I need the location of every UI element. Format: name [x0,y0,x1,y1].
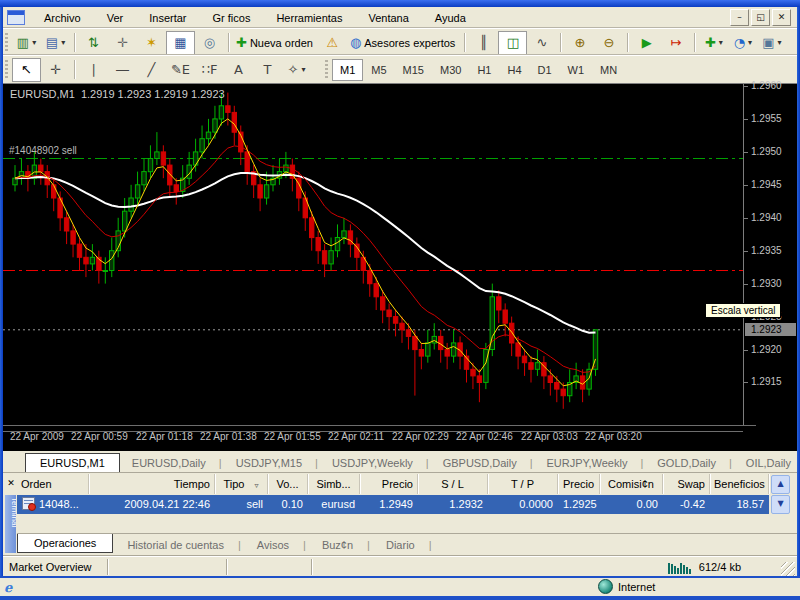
timeframe-button-m1[interactable]: M1 [332,59,363,81]
timeframe-button-h1[interactable]: H1 [469,59,499,81]
menu-item-ver[interactable]: Ver [94,9,137,27]
price-tick: 1.2915 [751,376,782,387]
toolbar-grip[interactable] [5,33,8,53]
templates-button[interactable]: ▣ ▾ [757,31,786,55]
candlestick-chart[interactable]: #14048902 sell [3,84,743,425]
minimize-button[interactable]: – [730,9,749,26]
chart-tab-gbpusd-daily[interactable]: GBPUSD,Daily [435,454,539,472]
column-header-tipo[interactable]: Tipo▿ [215,474,268,494]
order-cell-1-2925: 1.2925 [558,495,600,514]
timeframe-button-h4[interactable]: H4 [499,59,529,81]
order-row[interactable]: 14048... 2009.04.21 22:46 sell 0.10 euru… [17,495,769,514]
text-tool[interactable]: A [224,58,253,82]
column-header-swap[interactable]: Swap [663,474,710,494]
menu-item-insertar[interactable]: Insertar [136,9,199,27]
terminal-tab-historial-de-cuentas[interactable]: Historial de cuentas [119,536,248,554]
column-header-simb[interactable]: Simb... [308,474,360,494]
status-bar: Market Overview 612/4 kb [3,556,797,577]
timeframe-button-d1[interactable]: D1 [530,59,560,81]
chart-window[interactable]: #14048902 sell EURUSD,M1 1.2919 1.2923 1… [3,83,797,452]
svg-text:#14048902 sell: #14048902 sell [9,145,77,156]
menu-item-ventana[interactable]: Ventana [355,9,421,27]
terminal-button[interactable]: ▦ [166,31,195,55]
channel-tool[interactable]: ✎E [166,58,195,82]
chart-tab-usdjpy-weekly[interactable]: USDJPY,Weekly [324,454,435,472]
close-terminal-button[interactable]: ✕ [5,477,17,489]
terminal-tab-operaciones[interactable]: Operaciones [17,534,113,553]
auto-scroll-button[interactable]: ▶ [632,31,661,55]
cursor-tool[interactable]: ↖ [12,58,41,82]
chart-tab-eurjpy-weekly[interactable]: EURJPY,Weekly [539,454,650,472]
scroll-up-button[interactable]: ▲ [771,475,790,494]
column-header-precio[interactable]: Precio [360,474,418,494]
periods-button[interactable]: ◔ ▾ [728,31,757,55]
toolbar-button-icon: ✛ [117,36,128,49]
order-cell-1-2932: 1.2932 [418,495,488,514]
toolbar-grip[interactable] [325,60,328,80]
chart-tab-oil-daily[interactable]: OIL,Daily [738,454,800,472]
vertical-line-tool[interactable]: ∣ [79,58,108,82]
chart-tab-gold-daily[interactable]: GOLD,Daily [649,454,738,472]
terminal-tab-diario[interactable]: Diario [378,536,440,554]
traffic-label: 612/4 kb [699,561,771,573]
orders-table-header: Orden Tiempo Tipo▿ Vo... Simb... [17,474,769,494]
terminal-tab-buz-n[interactable]: Buz¢n [314,536,378,554]
chart-tab-usdjpy-m15[interactable]: USDJPY,M15 [228,454,324,472]
column-header-tiempo[interactable]: Tiempo [89,474,215,494]
menu-item-archivo[interactable]: Archivo [31,9,94,27]
menu-item-ayuda[interactable]: Ayuda [422,9,479,27]
price-axis[interactable]: 1.29601.29551.29501.29451.29401.29351.29… [743,84,798,425]
column-header-vo[interactable]: Vo... [268,474,308,494]
window-title-bar[interactable] [0,0,800,7]
chevron-down-icon: ▾ [778,38,782,47]
tester-button[interactable]: ◎ [195,31,224,55]
time-axis[interactable]: 22 Apr 200922 Apr 00:5922 Apr 01:1822 Ap… [3,429,797,449]
expert-advisors-button[interactable]: ◍ Asesores expertos [347,31,460,55]
column-header-comisi-n[interactable]: Comisi¢n [600,474,663,494]
menu-item-herramientas[interactable]: Herramientas [263,9,355,27]
line-chart-button[interactable]: ∿ [527,31,556,55]
candlestick-chart-button[interactable]: ◫ [498,31,527,55]
internet-explorer-icon[interactable]: e [4,580,12,595]
horizontal-line-tool[interactable]: ― [108,58,137,82]
column-header-s-l[interactable]: S / L [418,474,488,494]
column-header-precio[interactable]: Precio [558,474,600,494]
new-chart-button[interactable]: ▥ ▾ [12,31,41,55]
terminal-tab-avisos[interactable]: Avisos [249,536,314,554]
zoom-in-button[interactable]: ⊕ [565,31,594,55]
column-header-beneficios[interactable]: Beneficios [710,474,769,494]
internet-status[interactable]: Internet [598,579,655,594]
chart-tab-eurusd-m1[interactable]: EURUSD,M1 [25,453,120,472]
column-header-t-p[interactable]: T / P [488,474,558,494]
menu-item-gr-ficos[interactable]: Gr ficos [200,9,264,27]
bar-chart-button[interactable]: ║ [469,31,498,55]
text-label-tool[interactable]: T [253,58,282,82]
zoom-out-button[interactable]: ⊖ [594,31,623,55]
column-header-orden[interactable]: Orden [17,474,89,494]
timeframe-button-w1[interactable]: W1 [560,59,593,81]
trendline-tool[interactable]: ╱ [137,58,166,82]
alert-button[interactable]: ⚠ [318,31,347,55]
navigator-button[interactable]: ✶ [137,31,166,55]
arrows-tool[interactable]: ✧ ▾ [282,58,311,82]
timeframe-button-m30[interactable]: M30 [432,59,469,81]
close-button[interactable]: ✕ [772,9,791,26]
profiles-button[interactable]: ▤ ▾ [41,31,70,55]
fibonacci-tool[interactable]: ∷F [195,58,224,82]
timeframe-button-mn[interactable]: MN [592,59,625,81]
timeframe-button-m15[interactable]: M15 [395,59,432,81]
timeframe-button-m5[interactable]: M5 [363,59,394,81]
market-watch-button[interactable]: ⇅ [79,31,108,55]
terminal-vertical-title[interactable]: Terminal [5,495,16,553]
scroll-down-button[interactable]: ▼ [771,495,790,514]
chart-shift-button[interactable]: ↦ [661,31,690,55]
crosshair-tool[interactable]: ✛ [41,58,70,82]
data-window-button[interactable]: ✛ [108,31,137,55]
chart-window-icon[interactable] [7,10,25,25]
new-order-button[interactable]: ✚ Nueva orden [233,31,318,55]
chart-tab-eurusd-daily[interactable]: EURUSD,Daily [124,454,228,472]
restore-button[interactable]: ◱ [751,9,770,26]
toolbar-grip[interactable] [5,60,8,80]
indicators-button[interactable]: ✚ ▾ [699,31,728,55]
resize-grip[interactable] [781,562,795,576]
